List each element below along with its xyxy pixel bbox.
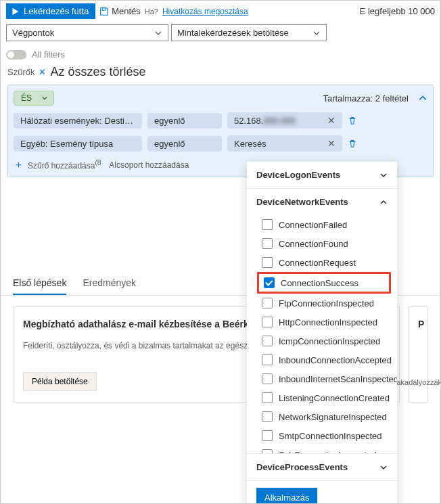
dropdown-item-label: ConnectionRequest [279,258,356,268]
dropdown-item[interactable]: InboundInternetScanInspected [247,369,397,388]
dropdown-group[interactable]: DeviceProcessEvents [247,454,397,480]
add-filter-link[interactable]: Szűrő hozzáadása(8 [28,159,101,170]
add-filter-icon[interactable]: ＋ [14,158,24,171]
filters-label: Szűrők [7,67,34,77]
checkbox[interactable] [262,257,273,268]
dropdown-item-label: ConnectionSuccess [281,278,358,288]
chevron-up-icon [379,198,388,206]
checkbox[interactable] [262,392,273,403]
event-type-dropdown: DeviceLogonEvents DeviceNetworkEvents Co… [247,162,397,504]
filter-row: Hálózati események: DestinationIPA... eg… [14,112,427,129]
highlighted-item: ConnectionSuccess [257,272,391,294]
checkbox[interactable] [262,411,273,422]
checkbox[interactable] [262,449,273,453]
all-filters-label: All filters [32,49,65,60]
all-filters-toggle[interactable] [6,50,26,60]
delete-row-icon[interactable] [348,116,357,125]
add-subgroup-link[interactable]: Alcsoport hozzáadása [109,160,189,170]
load-sample-button[interactable]: Példa betöltése [23,372,97,391]
dropdown-item[interactable]: ConnectionSuccess [261,276,387,290]
checkbox[interactable] [262,219,273,230]
dropdown-item[interactable]: FtpConnectionInspected [247,294,397,313]
result-limit-label: E legfeljebb 10 000 [360,6,435,16]
filter-row: Egyéb: Esemény típusa egyenlő Keresés ✕ [14,135,427,152]
dropdown-item-label: IcmpConnectionInspected [279,336,380,346]
sample-queries-select[interactable]: Mintalekérdezések betöltése [171,24,327,41]
dropdown-item-label: ListeningConnectionCreated [279,393,390,403]
hint-label: Ha? [145,7,158,16]
chevron-down-icon [41,95,48,101]
dropdown-item-label: SmtpConnectionInspected [279,431,381,441]
checkbox[interactable] [262,430,273,441]
save-icon [99,7,109,16]
filter-op-chip[interactable]: egyenlő [147,136,222,152]
checkbox[interactable] [262,336,273,346]
run-query-button[interactable]: Lekérdezés futta [6,3,95,19]
dropdown-group[interactable]: DeviceNetworkEvents [247,189,397,215]
dropdown-item-label: InboundInternetScanInspected [279,374,397,384]
checkbox[interactable] [262,373,273,384]
dropdown-item[interactable]: ListeningConnectionCreated [247,388,397,407]
dropdown-item-label: NetworkSignatureInspected [279,412,387,422]
endpoints-select[interactable]: Végpontok [6,24,168,41]
checkbox[interactable] [262,298,273,308]
dropdown-item[interactable]: NetworkSignatureInspected [247,407,397,426]
tab-results[interactable]: Eredmények [83,272,136,295]
filter-op-chip[interactable]: egyenlő [147,113,222,129]
dropdown-item-label: ConnectionFailed [279,220,347,230]
filter-summary: Tartalmazza: 2 feltétel [323,93,409,104]
dropdown-item[interactable]: InboundConnectionAccepted [247,350,397,369]
apply-button[interactable]: Alkalmazás [256,488,317,504]
checkbox[interactable] [264,277,275,288]
dropdown-item-label: FtpConnectionInspected [279,298,374,308]
dropdown-item-label: ConnectionFound [279,239,348,249]
dropdown-item-label: HttpConnectionInspected [279,317,377,327]
dropdown-item-label: InboundConnectionAccepted [279,355,392,365]
chevron-down-icon [154,29,162,37]
run-query-label: Lekérdezés futta [24,6,89,16]
collapse-icon[interactable] [418,93,427,103]
delete-row-icon[interactable] [348,139,357,148]
filter-field-chip[interactable]: Egyéb: Esemény típusa [14,136,142,152]
clear-filters-x[interactable]: ✕ [39,67,46,77]
chevron-down-icon [312,29,321,37]
dropdown-item-label: SshConnectionInspected [279,450,377,454]
dropdown-item[interactable]: ConnectionFailed [247,215,397,234]
clear-value-icon[interactable]: ✕ [327,138,335,149]
save-button[interactable]: Mentés [99,6,141,16]
chevron-down-icon [379,171,388,179]
checkbox[interactable] [262,238,273,249]
clear-value-icon[interactable]: ✕ [327,115,335,126]
dropdown-item[interactable]: ConnectionFound [247,234,397,253]
tab-getting-started[interactable]: Első lépések [13,272,66,295]
dropdown-group[interactable]: DeviceLogonEvents [247,162,397,188]
clear-all-filters[interactable]: Az összes törlése [50,65,145,79]
dropdown-item[interactable]: IcmpConnectionInspected [247,331,397,350]
checkbox[interactable] [262,354,273,365]
dropdown-item[interactable]: SmtpConnectionInspected [247,426,397,445]
dropdown-item[interactable]: HttpConnectionInspected [247,313,397,331]
play-icon [10,7,20,16]
checkbox[interactable] [262,317,273,327]
chevron-down-icon [379,463,388,472]
filter-value-chip[interactable]: Keresés ✕ [227,135,342,152]
dropdown-item[interactable]: ConnectionRequest [247,253,397,272]
logic-and-chip[interactable]: ÉS [14,91,54,106]
share-link[interactable]: Hivatkozás megosztása [162,7,248,16]
dropdown-item[interactable]: SshConnectionInspected [247,445,397,453]
filter-field-chip[interactable]: Hálózati események: DestinationIPA... [14,113,142,129]
filter-value-chip[interactable]: 52.168.000.000 ✕ [227,112,342,129]
